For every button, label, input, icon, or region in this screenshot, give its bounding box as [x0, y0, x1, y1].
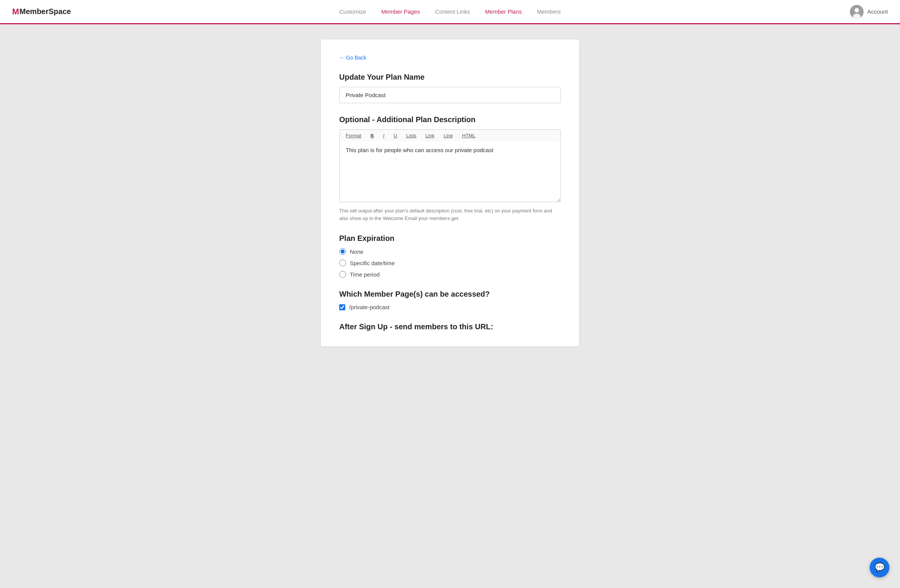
- chat-icon: 💬: [875, 563, 885, 572]
- plan-name-title: Update Your Plan Name: [339, 73, 561, 82]
- nav-members[interactable]: Members: [537, 8, 561, 15]
- toolbar-underline[interactable]: U: [392, 132, 398, 139]
- member-page-label: /private-podcast: [349, 304, 390, 310]
- expiration-period-radio[interactable]: [339, 271, 346, 278]
- expiration-period[interactable]: Time period: [339, 271, 561, 278]
- after-signup-title: After Sign Up - send members to this URL…: [339, 322, 561, 331]
- toolbar-link[interactable]: Link: [424, 132, 436, 139]
- toolbar-line[interactable]: Line: [442, 132, 455, 139]
- toolbar-italic[interactable]: I: [382, 132, 386, 139]
- nav-content-links[interactable]: Content Links: [435, 8, 470, 15]
- expiration-specific-radio[interactable]: [339, 259, 346, 266]
- account-area[interactable]: Account: [850, 5, 888, 19]
- logo-text: MemberSpace: [19, 7, 71, 16]
- logo-icon: M: [12, 7, 19, 17]
- richtext-toolbar: Format B I U Lists Link Line HTML: [339, 129, 561, 141]
- toolbar-html[interactable]: HTML: [461, 132, 477, 139]
- form-card: ← Go Back Update Your Plan Name Optional…: [321, 39, 579, 346]
- nav-member-pages[interactable]: Member Pages: [381, 8, 420, 15]
- logo[interactable]: MMemberSpace: [12, 7, 71, 17]
- expiration-none[interactable]: None: [339, 248, 561, 255]
- plan-name-input[interactable]: [339, 87, 561, 103]
- description-textarea[interactable]: This plan is for people who can access o…: [339, 141, 561, 202]
- main-content: ← Go Back Update Your Plan Name Optional…: [0, 24, 900, 377]
- expiration-period-label: Time period: [350, 271, 380, 278]
- member-pages-title: Which Member Page(s) can be accessed?: [339, 290, 561, 299]
- account-label: Account: [867, 8, 888, 15]
- member-page-private-podcast[interactable]: /private-podcast: [339, 304, 561, 310]
- toolbar-lists[interactable]: Lists: [405, 132, 418, 139]
- expiration-none-label: None: [350, 248, 363, 255]
- expiration-none-radio[interactable]: [339, 248, 346, 255]
- main-nav: Customize Member Pages Content Links Mem…: [339, 8, 561, 15]
- expiration-options: None Specific date/time Time period: [339, 248, 561, 278]
- expiration-specific-label: Specific date/time: [350, 260, 395, 266]
- nav-member-plans[interactable]: Member Plans: [485, 8, 522, 15]
- nav-customize[interactable]: Customize: [339, 8, 366, 15]
- expiration-specific[interactable]: Specific date/time: [339, 259, 561, 266]
- chat-button[interactable]: 💬: [870, 558, 889, 577]
- avatar: [850, 5, 864, 19]
- go-back-link[interactable]: ← Go Back: [339, 55, 367, 61]
- toolbar-bold[interactable]: B: [369, 132, 375, 139]
- member-page-checkbox[interactable]: [339, 304, 345, 310]
- expiration-title: Plan Expiration: [339, 234, 561, 243]
- description-hint: This will output after your plan's defau…: [339, 207, 561, 222]
- toolbar-format[interactable]: Format: [344, 132, 363, 139]
- description-title: Optional - Additional Plan Description: [339, 115, 561, 124]
- header: MMemberSpace Customize Member Pages Cont…: [0, 0, 900, 24]
- svg-point-1: [854, 8, 859, 13]
